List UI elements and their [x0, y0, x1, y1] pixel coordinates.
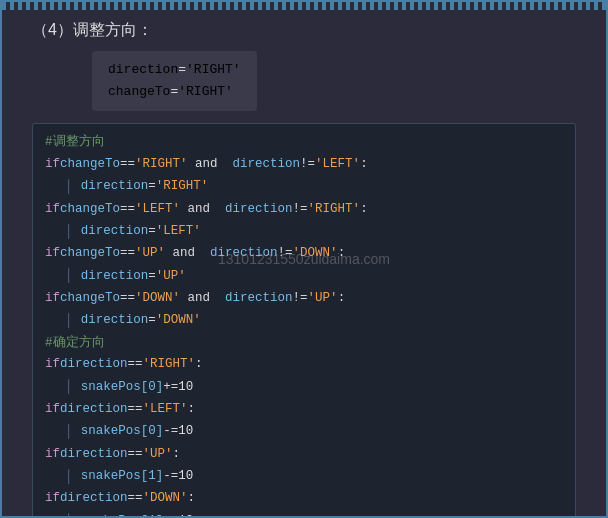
comment-1: #调整方向 [45, 132, 563, 154]
dir-line-1: if direction == 'RIGHT' : [45, 354, 563, 376]
if-body-1: direction = 'RIGHT' [45, 176, 563, 199]
comment-2: #确定方向 [45, 333, 563, 355]
if-line-3: if changeTo == 'UP' and direction != 'DO… [45, 243, 563, 265]
snippet-val-1: 'RIGHT' [186, 59, 241, 81]
if-line-4: if changeTo == 'DOWN' and direction != '… [45, 288, 563, 310]
snippet-val-2: 'RIGHT' [178, 81, 233, 103]
dir-body-4: snakePos[1] += 10 [45, 510, 563, 518]
dir-body-3: snakePos[1] -= 10 [45, 466, 563, 489]
top-border-dots [2, 2, 606, 10]
dir-body-1: snakePos[0] += 10 [45, 376, 563, 399]
code-block: #调整方向 if changeTo == 'RIGHT' and directi… [32, 123, 576, 518]
main-container: （4）调整方向： direction = 'RIGHT' changeTo = … [0, 0, 608, 518]
dir-body-2: snakePos[0] -= 10 [45, 421, 563, 444]
snippet-line-2: changeTo = 'RIGHT' [108, 81, 241, 103]
snippet-line-1: direction = 'RIGHT' [108, 59, 241, 81]
snippet-var-2: changeTo [108, 81, 170, 103]
if-body-2: direction = 'LEFT' [45, 221, 563, 244]
dir-line-3: if direction == 'UP' : [45, 444, 563, 466]
snippet-op-1: = [178, 59, 186, 81]
dir-line-4: if direction == 'DOWN' : [45, 488, 563, 510]
snippet-var-1: direction [108, 59, 178, 81]
if-body-4: direction = 'DOWN' [45, 310, 563, 333]
if-body-3: direction = 'UP' [45, 265, 563, 288]
if-line-2: if changeTo == 'LEFT' and direction != '… [45, 199, 563, 221]
section-heading: （4）调整方向： [32, 20, 576, 41]
content-area: （4）调整方向： direction = 'RIGHT' changeTo = … [2, 2, 606, 518]
dir-line-2: if direction == 'LEFT' : [45, 399, 563, 421]
if-line-1: if changeTo == 'RIGHT' and direction != … [45, 154, 563, 176]
inline-code-snippet: direction = 'RIGHT' changeTo = 'RIGHT' [92, 51, 257, 111]
snippet-op-2: = [170, 81, 178, 103]
